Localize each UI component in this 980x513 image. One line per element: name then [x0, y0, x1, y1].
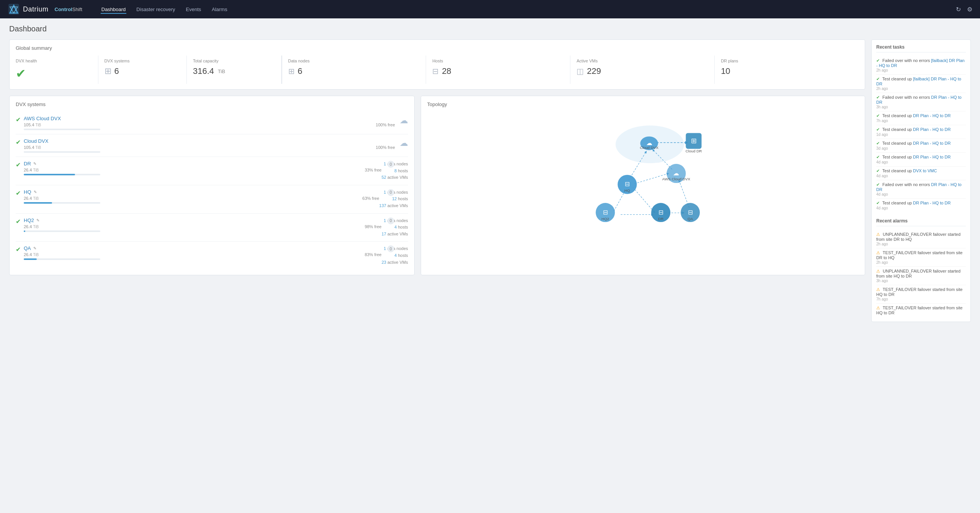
dvx-status-icon: ✔	[16, 246, 21, 253]
nav-dashboard[interactable]: Dashboard	[101, 5, 127, 14]
task-prefix: Test cleaned up	[882, 77, 913, 81]
summary-right: Data nodes ⊞ 6 Hosts ⊟ 28	[282, 56, 859, 84]
task-prefix: Failed over with no errors	[882, 182, 931, 187]
dvx-tag: ✎	[33, 246, 36, 250]
task-check-icon: ✔	[876, 113, 880, 118]
alarm-description: TEST_FAILOVER failover started from site…	[876, 287, 962, 297]
dvx-list-item: ✔ DR ✎ 26.4 TiB 33% free 1 data nodes 8 …	[16, 157, 408, 185]
metric-total-capacity: Total capacity 316.4 TiB	[187, 56, 275, 84]
alarm-time: 2h ago	[876, 242, 966, 246]
task-time: 4d ago	[876, 192, 966, 196]
dvx-systems-label: DVX systems	[105, 59, 181, 63]
task-time: 4d ago	[876, 160, 966, 164]
alarm-description: TEST_FAILOVER failover started from site…	[876, 250, 962, 260]
dvx-bar-fill	[24, 258, 37, 260]
dvx-capacity: 26.4 TiB 33% free	[24, 168, 382, 172]
task-prefix: Failed over with no errors	[882, 95, 931, 100]
dvx-name[interactable]: AWS Cloud DVX	[24, 116, 61, 121]
task-prefix: Test cleaned up	[882, 127, 913, 132]
dvx-list-item: ✔ HQ ✎ 26.4 TiB 63% free 1 data nodes 12…	[16, 185, 408, 214]
right-panel: Recent tasks ✔ Failed over with no error…	[871, 39, 971, 322]
metric-dvx-health: DVX health ✔	[16, 56, 98, 84]
dvx-name[interactable]: HQ2	[24, 217, 34, 223]
svg-text:DR: DR	[658, 217, 663, 221]
task-check-icon: ✔	[876, 95, 880, 100]
dvx-status-icon: ✔	[16, 218, 21, 225]
svg-text:HQ: HQ	[624, 188, 630, 193]
dvx-tag: ✎	[36, 218, 39, 222]
alarm-text: ⚠ UNPLANNED_FAILOVER failover started fr…	[876, 232, 966, 242]
alarm-warn-icon: ⚠	[876, 269, 880, 273]
dvx-name[interactable]: Cloud DVX	[24, 138, 48, 144]
datrium-logo-icon	[8, 3, 20, 15]
task-link[interactable]: DR Plan - HQ to DR	[913, 141, 951, 145]
task-check-icon: ✔	[876, 201, 880, 205]
brand: Datrium ControlShift	[8, 3, 82, 15]
alarm-description: UNPLANNED_FAILOVER failover started from…	[876, 269, 960, 278]
svg-text:Cloud DR: Cloud DR	[685, 149, 702, 153]
health-check-icon: ✔	[16, 66, 26, 81]
task-item: ✔ Test cleaned up DR Plan - HQ to DR 4d …	[876, 153, 966, 167]
alarm-description: TEST_FAILOVER failover started from site…	[876, 306, 962, 315]
dvx-capacity-value: 26.4 TiB	[24, 252, 39, 257]
dvx-info: AWS Cloud DVX 105.4 TiB 100% free	[24, 116, 395, 130]
svg-text:⊟: ⊟	[658, 209, 663, 216]
task-prefix: Test cleaned up	[882, 155, 913, 159]
task-item: ✔ Test cleaned up DR Plan - HQ to DR 3d …	[876, 139, 966, 153]
dvx-systems-title: DVX systems	[16, 101, 408, 107]
dvx-name-row: QA ✎	[24, 245, 382, 251]
task-time: 1d ago	[876, 132, 966, 137]
refresh-icon[interactable]: ↻	[956, 6, 961, 13]
global-summary-title: Global summary	[16, 45, 859, 51]
nav-links: Dashboard Disaster recovery Events Alarm…	[101, 5, 228, 14]
hosts-value: ⊟ 28	[432, 66, 564, 76]
alarm-warn-icon: ⚠	[876, 250, 880, 255]
dvx-counter: 0	[387, 161, 394, 168]
navbar: Datrium ControlShift Dashboard Disaster …	[0, 0, 980, 18]
total-capacity-label: Total capacity	[193, 59, 269, 63]
topology-node-cloud-dr: ⊞	[686, 133, 701, 149]
dvx-capacity-value: 105.4 TiB	[24, 123, 41, 127]
task-item: ✔ Test cleaned up DR Plan - HQ to DR 4d …	[876, 199, 966, 212]
nav-disaster-recovery[interactable]: Disaster recovery	[136, 5, 176, 14]
task-link[interactable]: DVX to VMC	[913, 168, 937, 173]
dvx-name[interactable]: DR	[24, 161, 31, 167]
dvx-info: DR ✎ 26.4 TiB 33% free	[24, 161, 382, 175]
task-text: ✔ Test cleaned up DR Plan - HQ to DR	[876, 113, 966, 118]
task-item: ✔ Failed over with no errors [failback] …	[876, 56, 966, 75]
dvx-bar-track	[24, 202, 100, 204]
data-nodes-icon: ⊞	[288, 67, 295, 76]
global-summary-card: Global summary DVX health ✔ DVX systems	[9, 39, 865, 90]
topology-card: Topology	[421, 96, 865, 275]
task-prefix: Failed over with no errors	[882, 58, 931, 63]
nav-events[interactable]: Events	[185, 5, 202, 14]
dvx-name[interactable]: HQ	[24, 189, 31, 195]
task-text: ✔ Test cleaned up [failback] DR Plan - H…	[876, 77, 966, 86]
total-capacity-value: 316.4 TiB	[193, 66, 269, 76]
task-text: ✔ Test cleaned up DR Plan - HQ to DR	[876, 201, 966, 206]
task-link[interactable]: DR Plan - HQ to DR	[913, 201, 951, 205]
task-prefix: Test cleaned up	[882, 113, 913, 118]
dvx-list-item: ✔ AWS Cloud DVX 105.4 TiB 100% free ☁	[16, 112, 408, 134]
task-link[interactable]: DR Plan - HQ to DR	[913, 127, 951, 132]
task-prefix: Test cleaned up	[882, 201, 913, 205]
recent-tasks-title: Recent tasks	[876, 44, 966, 52]
summary-metrics: DVX health ✔ DVX systems ⊞ 6	[16, 56, 859, 84]
alarm-item: ⚠ TEST_FAILOVER failover started from si…	[876, 285, 966, 304]
metric-dr-plans: DR plans 10	[715, 56, 859, 84]
dvx-name[interactable]: QA	[24, 245, 31, 251]
dvx-name-row: Cloud DVX	[24, 138, 395, 144]
alarm-warn-icon: ⚠	[876, 232, 880, 237]
alarms-list: ⚠ UNPLANNED_FAILOVER failover started fr…	[876, 230, 966, 317]
dvx-capacity: 26.4 TiB 83% free	[24, 252, 382, 257]
active-vms-label: Active VMs	[577, 59, 708, 63]
task-check-icon: ✔	[876, 58, 880, 63]
nav-alarms[interactable]: Alarms	[211, 5, 228, 14]
settings-icon[interactable]: ⚙	[967, 6, 972, 13]
task-check-icon: ✔	[876, 141, 880, 145]
alarm-time: 3h ago	[876, 279, 966, 283]
task-link[interactable]: DR Plan - HQ to DR	[913, 113, 951, 118]
alarm-text: ⚠ TEST_FAILOVER failover started from si…	[876, 306, 966, 315]
task-link[interactable]: DR Plan - HQ to DR	[913, 155, 951, 159]
tasks-list: ✔ Failed over with no errors [failback] …	[876, 56, 966, 212]
